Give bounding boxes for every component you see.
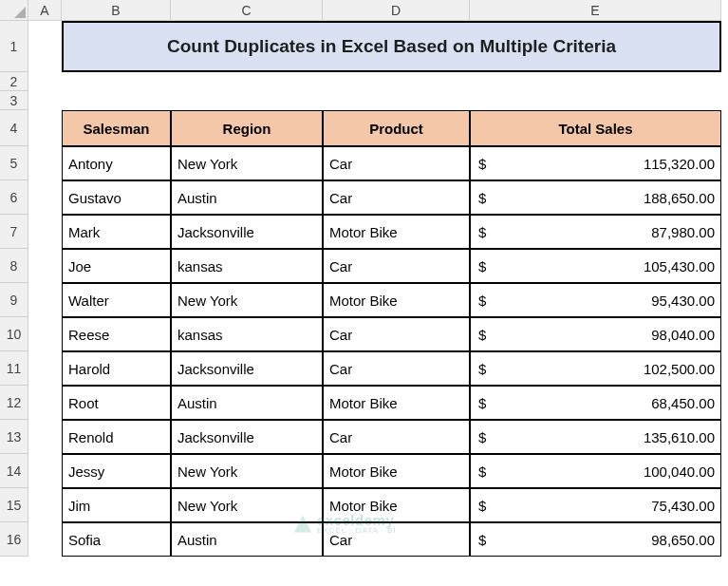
cell-A10[interactable] [28,317,62,351]
table-cell-product[interactable]: Motor Bike [323,215,470,249]
table-cell-salesman[interactable]: Jim [62,488,171,522]
table-cell-total-sales[interactable]: $102,500.00 [470,351,721,386]
table-cell-region[interactable]: Austin [171,386,323,420]
table-cell-region[interactable]: New York [171,454,323,488]
row-header-5[interactable]: 5 [0,146,28,180]
col-header-A[interactable]: A [28,0,62,21]
table-cell-region[interactable]: Jacksonville [171,351,323,386]
cell-A15[interactable] [28,488,62,522]
row-header-16[interactable]: 16 [0,522,28,557]
cell-blank[interactable] [62,91,171,110]
cell-blank[interactable] [323,72,470,91]
table-cell-total-sales[interactable]: $95,430.00 [470,283,721,317]
cell-blank[interactable] [470,91,721,110]
cell-A16[interactable] [28,522,62,557]
table-cell-total-sales[interactable]: $98,650.00 [470,522,721,557]
table-cell-salesman[interactable]: Joe [62,249,171,283]
table-cell-product[interactable]: Car [323,420,470,454]
table-cell-region[interactable]: kansas [171,317,323,351]
row-header-14[interactable]: 14 [0,454,28,488]
cell-blank[interactable] [171,72,323,91]
col-header-D[interactable]: D [323,0,470,21]
row-header-4[interactable]: 4 [0,110,28,146]
table-cell-salesman[interactable]: Mark [62,215,171,249]
table-cell-product[interactable]: Car [323,146,470,180]
table-cell-region[interactable]: New York [171,283,323,317]
cell-A9[interactable] [28,283,62,317]
table-cell-product[interactable]: Car [323,180,470,215]
row-header-13[interactable]: 13 [0,420,28,454]
table-cell-total-sales[interactable]: $135,610.00 [470,420,721,454]
table-cell-product[interactable]: Motor Bike [323,283,470,317]
table-cell-total-sales[interactable]: $105,430.00 [470,249,721,283]
cell-blank[interactable] [62,72,171,91]
row-header-10[interactable]: 10 [0,317,28,351]
cell-A5[interactable] [28,146,62,180]
col-header-E[interactable]: E [470,0,721,21]
cell-A14[interactable] [28,454,62,488]
cell-A4[interactable] [28,110,62,146]
table-cell-salesman[interactable]: Root [62,386,171,420]
table-cell-salesman[interactable]: Jessy [62,454,171,488]
table-cell-salesman[interactable]: Renold [62,420,171,454]
table-cell-salesman[interactable]: Harold [62,351,171,386]
table-cell-salesman[interactable]: Gustavo [62,180,171,215]
row-header-9[interactable]: 9 [0,283,28,317]
table-cell-total-sales[interactable]: $98,040.00 [470,317,721,351]
cell-blank[interactable] [171,91,323,110]
table-cell-region[interactable]: New York [171,488,323,522]
currency-value: 102,500.00 [644,361,715,377]
row-header-1[interactable]: 1 [0,21,28,72]
cell-blank[interactable] [470,72,721,91]
cell-blank[interactable] [323,91,470,110]
cell-A1[interactable] [28,21,62,72]
row-header-12[interactable]: 12 [0,386,28,420]
select-all-corner[interactable] [0,0,28,21]
table-cell-product[interactable]: Car [323,522,470,557]
row-header-15[interactable]: 15 [0,488,28,522]
cell-A6[interactable] [28,180,62,215]
table-cell-total-sales[interactable]: $188,650.00 [470,180,721,215]
table-cell-total-sales[interactable]: $68,450.00 [470,386,721,420]
table-cell-salesman[interactable]: Sofia [62,522,171,557]
table-cell-total-sales[interactable]: $115,320.00 [470,146,721,180]
table-cell-region[interactable]: New York [171,146,323,180]
cell-blank[interactable] [28,72,62,91]
table-cell-product[interactable]: Motor Bike [323,454,470,488]
row-header-8[interactable]: 8 [0,249,28,283]
col-header-C[interactable]: C [171,0,323,21]
table-cell-product[interactable]: Car [323,351,470,386]
table-cell-total-sales[interactable]: $75,430.00 [470,488,721,522]
cell-A8[interactable] [28,249,62,283]
table-cell-region[interactable]: Austin [171,522,323,557]
currency-value: 115,320.00 [644,156,715,172]
currency-symbol: $ [476,293,486,309]
table-cell-product[interactable]: Car [323,317,470,351]
cell-A13[interactable] [28,420,62,454]
table-cell-region[interactable]: kansas [171,249,323,283]
row-header-2[interactable]: 2 [0,72,28,91]
cell-A7[interactable] [28,215,62,249]
table-cell-product[interactable]: Motor Bike [323,386,470,420]
row-header-7[interactable]: 7 [0,215,28,249]
table-cell-salesman[interactable]: Reese [62,317,171,351]
cell-A12[interactable] [28,386,62,420]
table-cell-salesman[interactable]: Walter [62,283,171,317]
table-cell-total-sales[interactable]: $100,040.00 [470,454,721,488]
currency-value: 95,430.00 [651,293,715,309]
table-cell-product[interactable]: Motor Bike [323,488,470,522]
row-header-3[interactable]: 3 [0,91,28,110]
table-cell-product[interactable]: Car [323,249,470,283]
currency-symbol: $ [476,190,486,206]
cell-A11[interactable] [28,351,62,386]
table-cell-region[interactable]: Jacksonville [171,420,323,454]
cell-blank[interactable] [28,91,62,110]
table-cell-total-sales[interactable]: $87,980.00 [470,215,721,249]
table-cell-region[interactable]: Jacksonville [171,215,323,249]
row-header-6[interactable]: 6 [0,180,28,215]
table-cell-region[interactable]: Austin [171,180,323,215]
currency-value: 75,430.00 [651,498,715,514]
row-header-11[interactable]: 11 [0,351,28,386]
table-cell-salesman[interactable]: Antony [62,146,171,180]
col-header-B[interactable]: B [62,0,171,21]
